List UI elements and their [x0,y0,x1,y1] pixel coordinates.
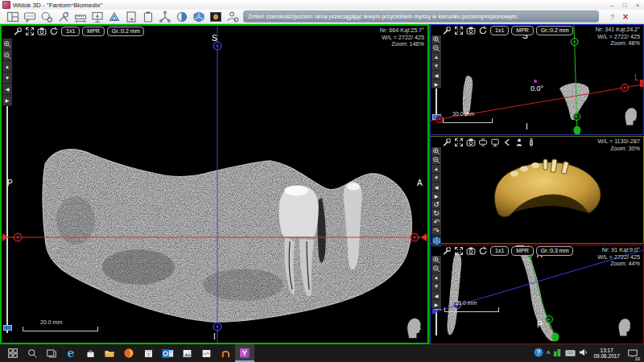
expand-icon[interactable] [25,27,35,36]
wrench-icon[interactable] [442,26,452,35]
minimize-button[interactable]: – [605,1,618,10]
window-titlebar[interactable]: Widok 3D - "Fantom^Biomedix" – □ × [0,0,644,10]
expand-icon[interactable] [454,26,464,35]
pan-down-button[interactable]: ▼ [431,282,441,291]
zoom-in-button[interactable] [431,147,441,156]
reset-rotate-icon[interactable] [478,26,488,35]
tools-icon[interactable] [55,10,72,23]
cross-section-panel[interactable]: 1x1 MPR Gr.:0.2 mm Nr: 664 Kąt:25.7° W/L… [0,24,429,344]
main-ct-image[interactable] [2,26,427,343]
axes-3d-icon[interactable] [156,10,173,23]
pan-left-button[interactable]: ◀ [431,71,441,80]
grid-layout-button[interactable]: 1x1 [490,246,509,256]
grid-layout-button[interactable]: 1x1 [490,26,509,35]
zoom-in-button[interactable] [431,35,441,44]
wrench-icon[interactable] [442,138,452,147]
zoom-in-button[interactable] [2,39,12,50]
tray-expand-icon[interactable]: ^ [547,350,551,357]
zoom-out-button[interactable] [431,44,441,53]
clipboard-icon[interactable] [139,10,156,23]
volume-render-image[interactable] [431,137,643,243]
task-view-button[interactable] [42,344,61,362]
measure-distance-icon[interactable] [72,10,89,23]
pan-up-button[interactable]: ▲ [431,53,441,62]
camera-icon[interactable] [466,138,476,147]
sagittal-panel[interactable]: 1x1 MPR Gr.:0.2 mm Nr: 341 Kąt:24.2° W/L… [431,24,644,135]
clip-view-icon[interactable] [490,138,500,147]
view-3d-icon[interactable] [190,10,207,23]
tray-status-icon-green[interactable] [553,346,562,360]
slice-thickness-button[interactable]: Gr.:0.3 mm [536,246,574,256]
rotate-cw-button[interactable]: ↻ [431,209,441,218]
patient-settings-icon[interactable] [224,10,241,23]
media-app-icon[interactable] [196,344,216,362]
pan-down-button[interactable]: ▼ [431,62,441,71]
layout-icon[interactable] [4,10,21,23]
implant-icon[interactable] [526,138,536,147]
angle-measure-icon[interactable] [105,10,122,23]
pan-left-button[interactable]: ◀ [431,183,441,191]
photos-app-icon[interactable] [177,344,196,362]
store-icon[interactable] [80,344,100,362]
tray-keyboard-icon[interactable] [565,346,576,360]
camera-icon[interactable] [466,26,476,35]
pan-right-button[interactable]: ▶ [2,95,12,106]
close-button[interactable]: × [631,1,644,10]
taskbar-clock[interactable]: 13:17 09.06.2017 [593,348,620,360]
reset-rotate-icon[interactable] [478,246,488,256]
help-button[interactable]: ? [610,13,615,21]
zoom-out-button[interactable] [431,265,441,274]
grid-layout-button[interactable]: 1x1 [61,27,80,36]
angle-bracket-icon[interactable] [502,138,512,147]
rotate-ccw-button[interactable]: ↺ [431,200,441,209]
mpr-button[interactable]: MPR [511,246,534,256]
maximize-button[interactable]: □ [618,1,631,10]
pan-up-button[interactable]: ▲ [2,61,12,72]
contrast-icon[interactable] [173,10,190,23]
gold-mandible-render[interactable] [494,159,601,217]
slice-thickness-button[interactable]: Gr.:0.2 mm [107,27,145,36]
slab-icon[interactable] [478,138,488,147]
annotation-icon[interactable] [21,10,38,23]
pan-left-button[interactable]: ◀ [2,84,12,95]
snapshot-thumbnail[interactable] [207,10,224,23]
mpr-button[interactable]: MPR [82,27,105,36]
edge-browser-icon[interactable]: e [61,344,80,362]
help-tray-icon[interactable] [534,346,543,360]
pan-left-button[interactable]: ◀ [431,291,441,300]
dental-capture-app-icon[interactable] [216,344,235,362]
pan-down-button[interactable]: ▼ [431,174,441,183]
pan-up-button[interactable]: ▲ [431,274,441,282]
pan-right-button[interactable]: ▶ [431,191,441,200]
camera-icon[interactable] [37,27,47,36]
slice-thickness-button[interactable]: Gr.:0.2 mm [536,26,574,35]
mpr-button[interactable]: MPR [511,26,534,35]
start-button[interactable] [3,344,23,362]
firefox-icon[interactable] [119,344,138,362]
volume-3d-panel[interactable]: W/L = 1130/-287 Zoom: 30% ▲ ▼ ◀ ▶ ↺ ↻ ↶ … [431,136,644,244]
zoom-out-button[interactable] [431,156,441,165]
search-icon[interactable] [23,344,42,362]
axial-panel[interactable]: 1x1 MPR Gr.:0.3 mm Nr: 91 Kąt:9.0° W/L =… [431,245,644,344]
patient-icon[interactable] [514,138,524,147]
wrench-icon[interactable] [13,27,23,36]
rotation-pivot-dot[interactable] [534,80,537,83]
wrench-icon[interactable] [442,246,452,256]
reset-rotate-icon[interactable] [49,27,59,36]
file-explorer-icon[interactable] [100,344,119,362]
pan-right-button[interactable]: ▶ [431,80,441,88]
camera-icon[interactable] [466,246,476,256]
pan-up-button[interactable]: ▲ [431,165,441,174]
orbit-cw-button[interactable]: ↷ [431,227,441,236]
pan-right-button[interactable]: ▶ [431,300,441,309]
outlook-icon[interactable] [158,344,177,362]
window-level-settings-icon[interactable] [38,10,55,23]
action-center-icon[interactable]: 10 [625,344,641,362]
expand-icon[interactable] [454,138,464,147]
orbit-ccw-button[interactable]: ↶ [431,218,441,227]
zoom-out-button[interactable] [2,50,12,61]
viewer-app-icon-active[interactable] [235,344,254,362]
volume-3d-mode-button[interactable] [431,236,441,247]
screen-capture-icon[interactable] [89,10,105,23]
zoom-in-button[interactable] [431,256,441,265]
